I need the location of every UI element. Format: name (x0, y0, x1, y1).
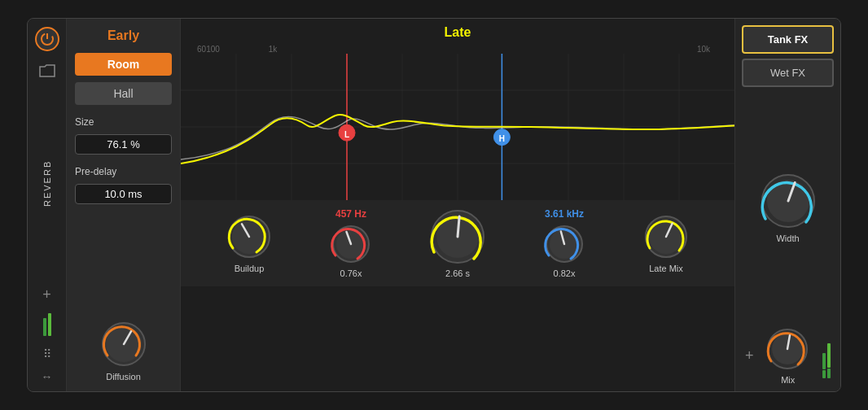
size-label: Size (75, 116, 172, 128)
svg-text:L: L (344, 130, 349, 139)
mix-area: Mix (765, 327, 810, 385)
width-label: Width (776, 233, 799, 243)
eq-display[interactable]: L H (181, 54, 734, 200)
width-knob[interactable] (759, 172, 818, 230)
width-area: Width (759, 92, 818, 322)
high-x-group: 3.61 kHz 0.82x (543, 208, 585, 278)
late-mix-group: Late Mix (642, 213, 690, 273)
size-value[interactable]: 76.1 % (75, 134, 172, 155)
mix-knob[interactable] (765, 327, 810, 372)
diffusion-area: Diffusion (75, 211, 172, 382)
svg-text:H: H (499, 134, 505, 143)
mix-label: Mix (781, 375, 795, 385)
early-title: Early (75, 28, 172, 43)
decay-group: 2.66 s (429, 208, 486, 278)
decay-label: 2.66 s (445, 268, 470, 278)
late-mix-label: Late Mix (649, 264, 683, 273)
low-x-group: 457 Hz 0.76x (330, 208, 372, 278)
wet-fx-button[interactable]: Wet FX (742, 59, 834, 87)
high-x-label: 0.82x (554, 268, 576, 278)
meter-right (822, 334, 831, 378)
plugin-container: REVERB + ⠿ ↔ Early Room Hall Size 76.1 %… (27, 18, 841, 392)
hall-button[interactable]: Hall (75, 82, 172, 105)
diffusion-label: Diffusion (106, 372, 141, 382)
right-panel: Tank FX Wet FX Width + (734, 19, 840, 391)
late-title: Late (181, 19, 734, 43)
high-x-knob[interactable] (543, 223, 585, 265)
plugin-label: REVERB (42, 90, 52, 277)
buildup-group: Buildup (226, 213, 273, 273)
buildup-label: Buildup (235, 264, 265, 273)
folder-button[interactable] (35, 61, 59, 81)
grid-icon[interactable]: ⠿ (43, 347, 51, 360)
decay-knob[interactable] (429, 208, 486, 265)
frequency-ruler: 60 100 1k 10k (181, 43, 734, 54)
eq-grid: L H (181, 54, 734, 200)
buildup-knob[interactable] (226, 213, 273, 260)
add-right-button[interactable]: + (745, 347, 754, 364)
add-left-button[interactable]: + (42, 286, 51, 303)
early-panel: Early Room Hall Size 76.1 % Pre-delay 10… (67, 19, 181, 391)
late-mix-knob[interactable] (642, 213, 690, 260)
controls-row: Buildup 457 Hz 0.76x (181, 200, 734, 286)
low-x-label: 0.76x (340, 268, 362, 278)
plus-mix-row: + Mix (742, 327, 834, 385)
room-button[interactable]: Room (75, 53, 172, 76)
predelay-label: Pre-delay (75, 166, 172, 177)
main-panel: Late 60 100 1k 10k (181, 19, 734, 391)
meter-left (43, 313, 51, 336)
low-freq-label: 457 Hz (335, 208, 366, 220)
low-x-knob[interactable] (330, 223, 372, 265)
tank-fx-button[interactable]: Tank FX (742, 25, 834, 54)
predelay-value[interactable]: 10.0 ms (75, 184, 172, 204)
high-freq-label: 3.61 kHz (545, 208, 584, 220)
left-sidebar: REVERB + ⠿ ↔ (28, 19, 67, 391)
diffusion-knob[interactable] (99, 320, 148, 369)
settings-icon[interactable]: ↔ (42, 370, 53, 383)
power-button[interactable] (35, 27, 59, 51)
